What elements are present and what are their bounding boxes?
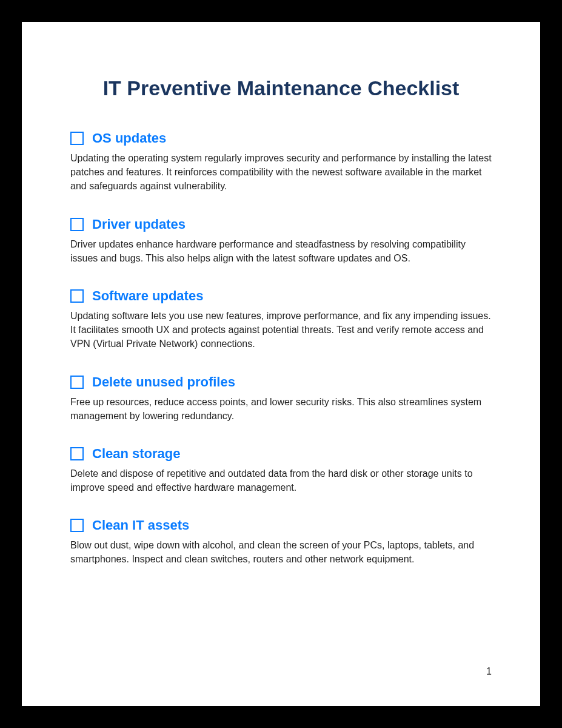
- item-title: OS updates: [92, 130, 166, 146]
- checklist-item: Clean storage Delete and dispose of repe…: [70, 446, 492, 494]
- item-description: Updating software lets you use new featu…: [70, 309, 492, 351]
- checkbox-icon[interactable]: [70, 376, 84, 389]
- page-number: 1: [486, 666, 492, 677]
- checklist-item: Delete unused profiles Free up resources…: [70, 374, 492, 423]
- item-title: Delete unused profiles: [92, 374, 235, 390]
- item-description: Updating the operating system regularly …: [70, 151, 492, 194]
- checkbox-icon[interactable]: [70, 447, 84, 460]
- checkbox-icon[interactable]: [70, 519, 84, 532]
- page-title: IT Preventive Maintenance Checklist: [70, 76, 492, 100]
- checklist-item: Driver updates Driver updates enhance ha…: [70, 217, 492, 265]
- checklist-item: Clean IT assets Blow out dust, wipe down…: [70, 517, 492, 566]
- checklist-item: Software updates Updating software lets …: [70, 288, 492, 351]
- checkbox-icon[interactable]: [70, 132, 84, 145]
- document-page: IT Preventive Maintenance Checklist OS u…: [22, 22, 540, 706]
- item-header: Clean IT assets: [70, 517, 492, 533]
- item-description: Free up resources, reduce access points,…: [70, 395, 492, 423]
- item-description: Driver updates enhance hardware performa…: [70, 237, 492, 265]
- item-header: Delete unused profiles: [70, 374, 492, 390]
- item-title: Clean IT assets: [92, 517, 189, 533]
- item-header: OS updates: [70, 130, 492, 146]
- item-header: Driver updates: [70, 217, 492, 232]
- item-title: Software updates: [92, 288, 203, 304]
- item-header: Clean storage: [70, 446, 492, 462]
- item-title: Driver updates: [92, 217, 186, 232]
- checkbox-icon[interactable]: [70, 289, 84, 303]
- checkbox-icon[interactable]: [70, 218, 84, 231]
- item-description: Blow out dust, wipe down with alcohol, a…: [70, 538, 492, 566]
- item-title: Clean storage: [92, 446, 181, 462]
- item-description: Delete and dispose of repetitive and out…: [70, 467, 492, 494]
- item-header: Software updates: [70, 288, 492, 304]
- checklist-item: OS updates Updating the operating system…: [70, 130, 492, 194]
